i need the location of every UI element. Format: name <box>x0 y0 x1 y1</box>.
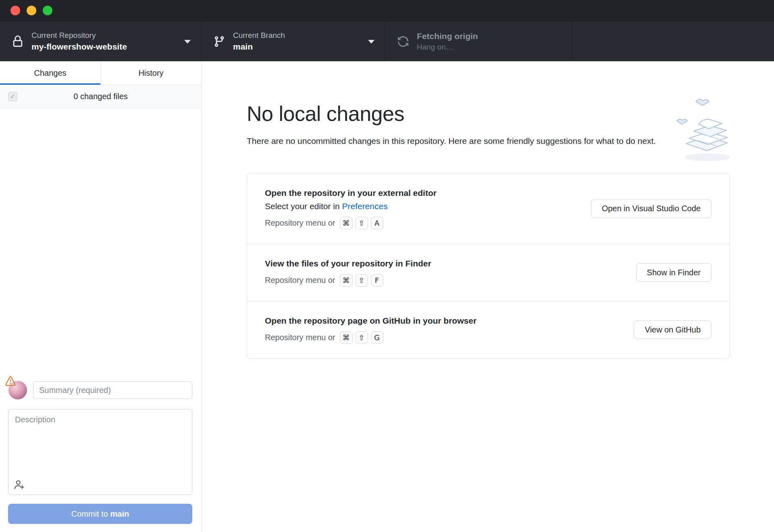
suggestion-text: View the files of your repository in Fin… <box>265 259 431 287</box>
add-co-authors-button[interactable] <box>14 479 25 490</box>
sidebar-tabs: Changes History <box>0 61 201 85</box>
warning-icon <box>5 376 16 388</box>
fetch-origin-button[interactable]: Fetching origin Hang on… <box>385 21 572 61</box>
commit-button-branch: main <box>110 509 129 518</box>
suggestion-title: Open the repository page on GitHub in yo… <box>265 316 476 326</box>
branch-name: main <box>233 42 285 52</box>
fetch-substatus: Hang on… <box>417 43 478 52</box>
app-body: Changes History ✓ 0 changed files <box>0 61 774 532</box>
lock-icon <box>11 35 24 48</box>
view-on-github-button[interactable]: View on GitHub <box>634 320 712 339</box>
select-all-checkbox[interactable]: ✓ <box>8 92 17 101</box>
toolbar: Current Repository my-flowershow-website… <box>0 21 774 61</box>
git-branch-icon <box>213 35 226 48</box>
branch-label: Current Branch <box>233 31 285 40</box>
description-wrap <box>8 409 192 495</box>
shift-key: ⇧ <box>356 331 368 344</box>
chevron-down-icon <box>184 40 191 44</box>
letter-key: A <box>371 217 383 229</box>
shortcut-label: Repository menu or <box>265 218 335 228</box>
suggestion-text: Open the repository page on GitHub in yo… <box>265 316 476 344</box>
suggestion-row-finder: View the files of your repository in Fin… <box>247 244 729 301</box>
chevron-down-icon <box>368 40 375 44</box>
suggestion-row-github: Open the repository page on GitHub in yo… <box>247 301 729 358</box>
person-add-icon <box>14 479 25 490</box>
show-in-finder-button[interactable]: Show in Finder <box>636 263 712 282</box>
commit-form: Commit to main <box>0 379 201 532</box>
close-button[interactable] <box>10 6 20 15</box>
shift-key: ⇧ <box>356 274 368 287</box>
summary-input[interactable] <box>33 381 192 399</box>
suggestion-row-editor: Open the repository in your external edi… <box>247 174 729 244</box>
page-subtitle: There are no uncommitted changes in this… <box>247 135 660 148</box>
titlebar <box>0 0 774 21</box>
shortcut-hint: Repository menu or ⌘ ⇧ G <box>265 331 476 344</box>
cmd-key: ⌘ <box>340 331 353 344</box>
letter-key: F <box>371 274 383 287</box>
open-in-editor-button[interactable]: Open in Visual Studio Code <box>591 200 712 218</box>
summary-row <box>0 379 192 401</box>
shortcut-hint: Repository menu or ⌘ ⇧ A <box>265 217 437 229</box>
main-content: No local changes There are no uncommitte… <box>202 61 774 532</box>
description-input[interactable] <box>8 409 192 495</box>
zoom-button[interactable] <box>43 6 52 15</box>
changed-files-row: ✓ 0 changed files <box>0 85 201 108</box>
sidebar: Changes History ✓ 0 changed files <box>0 61 202 532</box>
tab-history[interactable]: History <box>100 61 201 85</box>
sync-icon <box>397 35 410 48</box>
branch-switcher[interactable]: Current Branch main <box>202 21 385 61</box>
no-changes-illustration <box>674 97 733 165</box>
suggestion-subtitle: Select your editor in Preferences <box>265 202 437 211</box>
commit-button[interactable]: Commit to main <box>8 504 192 524</box>
cmd-key: ⌘ <box>340 217 353 229</box>
shortcut-label: Repository menu or <box>265 333 335 342</box>
repository-switcher[interactable]: Current Repository my-flowershow-website <box>0 21 202 61</box>
subtitle-prefix: Select your editor in <box>265 202 342 211</box>
repository-label: Current Repository <box>31 31 127 40</box>
shortcut-label: Repository menu or <box>265 276 335 285</box>
suggestion-title: View the files of your repository in Fin… <box>265 259 431 268</box>
suggestion-text: Open the repository in your external edi… <box>265 188 437 229</box>
minimize-button[interactable] <box>27 6 36 15</box>
changed-files-count: 0 changed files <box>0 92 201 101</box>
tab-changes[interactable]: Changes <box>0 61 100 85</box>
cmd-key: ⌘ <box>340 274 353 287</box>
preferences-link[interactable]: Preferences <box>342 202 387 211</box>
shift-key: ⇧ <box>356 217 368 229</box>
commit-button-prefix: Commit to <box>71 509 110 518</box>
suggestions-card: Open the repository in your external edi… <box>247 173 730 359</box>
suggestion-title: Open the repository in your external edi… <box>265 188 437 198</box>
fetch-status: Fetching origin <box>417 31 478 41</box>
repository-name: my-flowershow-website <box>31 42 127 52</box>
shortcut-hint: Repository menu or ⌘ ⇧ F <box>265 274 431 287</box>
letter-key: G <box>371 331 383 344</box>
